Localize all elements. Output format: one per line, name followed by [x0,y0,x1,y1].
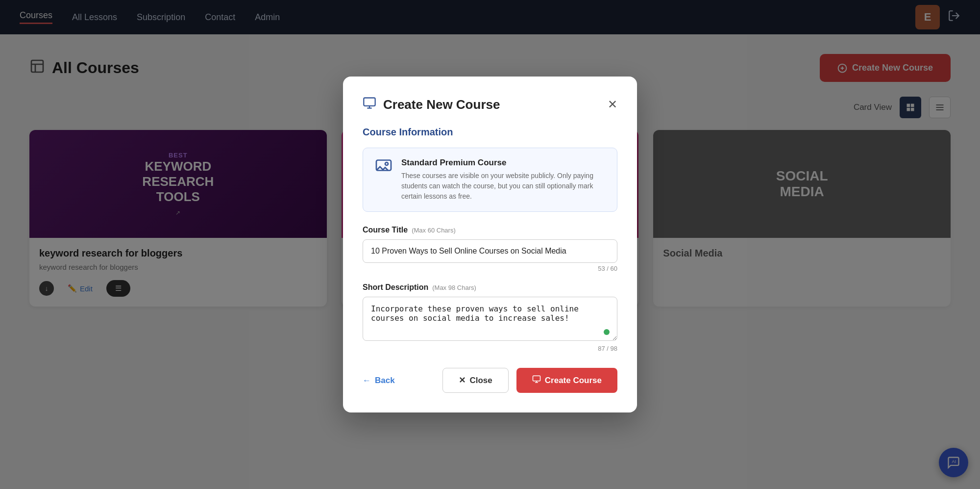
create-course-button[interactable]: Create Course [516,368,617,393]
modal-header: Create New Course ✕ [363,96,617,113]
short-desc-textarea[interactable]: Incorporate these proven ways to sell on… [363,297,617,341]
modal-title: Create New Course [383,97,500,112]
course-title-counter: 53 / 60 [363,265,617,272]
course-title-input[interactable] [363,239,617,263]
create-course-icon [532,375,541,386]
modal-close-button[interactable]: ✕ [608,98,617,111]
info-box-content: Standard Premium Course These courses ar… [401,158,605,202]
modal-title-icon [363,96,376,113]
short-desc-textarea-wrap: Incorporate these proven ways to sell on… [363,297,617,343]
info-box: Standard Premium Course These courses ar… [363,148,617,212]
info-box-title: Standard Premium Course [401,158,605,168]
close-x-icon: ✕ [459,375,466,386]
back-arrow-icon: ← [363,376,371,386]
textarea-status-dot [604,329,610,335]
course-title-field-group: Course Title (Max 60 Chars) 53 / 60 [363,226,617,272]
create-course-modal: Create New Course ✕ Course Information S… [343,77,637,412]
modal-footer: ← Back ✕ Close Create Course [363,368,617,393]
modal-title-wrap: Create New Course [363,96,500,113]
footer-right: ✕ Close Create Course [442,368,617,393]
svg-rect-17 [533,376,540,381]
close-button[interactable]: ✕ Close [442,368,508,393]
modal-section-title: Course Information [363,127,617,138]
short-desc-counter: 87 / 98 [363,345,617,352]
back-button[interactable]: ← Back [363,376,395,386]
svg-point-16 [385,162,388,165]
course-title-label: Course Title (Max 60 Chars) [363,226,617,234]
short-desc-field-group: Short Description (Max 98 Chars) Incorpo… [363,283,617,352]
modal-overlay[interactable]: Create New Course ✕ Course Information S… [0,0,980,489]
info-box-icon [375,158,392,202]
info-box-desc: These courses are visible on your websit… [401,171,605,202]
short-desc-label: Short Description (Max 98 Chars) [363,283,617,292]
svg-rect-12 [364,98,375,106]
